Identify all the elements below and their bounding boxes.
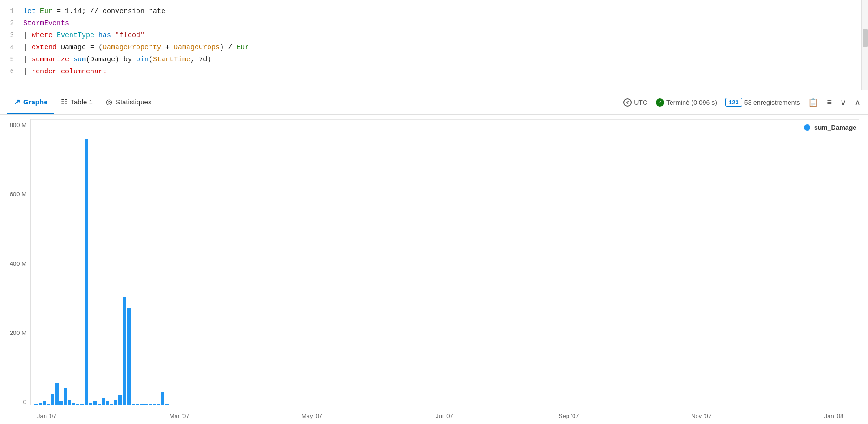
token: sum — [73, 56, 86, 64]
line-content: | summarize sum(Damage) by bin(StartTime… — [23, 54, 868, 65]
line-number: 1 — [0, 6, 23, 16]
line-number: 4 — [0, 42, 23, 52]
line-number: 2 — [0, 18, 23, 28]
token: = 1.14; // conversion rate — [52, 7, 165, 15]
tab-icon-table: ☷ — [61, 97, 67, 106]
legend-label: sum_Damage — [814, 124, 856, 131]
token: DamageProperty — [103, 44, 161, 51]
tab-table[interactable]: ☷Table 1 — [54, 90, 99, 114]
columns-button[interactable]: ≡ — [827, 97, 832, 107]
x-axis-label: May '07 — [301, 412, 322, 419]
bar[interactable] — [106, 401, 109, 405]
bar[interactable] — [59, 401, 63, 405]
chart-inner: sum_Damage Jan '07Mar '07May '07Juil 07S… — [30, 119, 859, 419]
bar[interactable] — [93, 401, 97, 405]
tab-statistiques[interactable]: ◎Statistiques — [99, 90, 158, 114]
line-content: StormEvents — [23, 18, 868, 29]
token: EventType — [57, 32, 94, 39]
chevron-down-button[interactable]: ∨ — [840, 97, 846, 108]
bar[interactable] — [85, 139, 88, 405]
x-axis: Jan '07Mar '07May '07Juil 07Sep '07Nov '… — [30, 405, 859, 419]
line-number: 6 — [0, 66, 23, 77]
utc-item[interactable]: ⏱ UTC — [623, 98, 647, 107]
token: + — [161, 44, 174, 51]
bar[interactable] — [43, 401, 46, 405]
token: let — [23, 7, 40, 15]
status-label: Terminé (0,096 s) — [666, 99, 717, 106]
bar[interactable] — [55, 383, 59, 405]
tab-icon-graphe: ↗ — [14, 97, 20, 106]
copy-button[interactable]: 📋 — [808, 97, 818, 108]
scrollbar[interactable] — [861, 0, 868, 90]
chart-container: 800 M600 M400 M200 M0 sum_Damage Jan '07… — [5, 119, 859, 419]
y-axis-label: 200 M — [10, 329, 30, 336]
chart-plot: sum_Damage — [30, 119, 859, 405]
line-number: 3 — [0, 30, 23, 40]
token: , 7d) — [190, 56, 211, 64]
bar[interactable] — [127, 308, 131, 405]
token: "flood" — [115, 32, 144, 39]
chart-area: 800 M600 M400 M200 M0 sum_Damage Jan '07… — [0, 115, 868, 424]
records-label: 53 enregistrements — [744, 99, 800, 106]
y-axis-label: 400 M — [10, 260, 30, 267]
code-line: 3| where EventType has "flood" — [0, 30, 868, 42]
token: summarize — [32, 56, 73, 64]
token: bin — [136, 56, 149, 64]
x-axis-label: Sep '07 — [559, 412, 579, 419]
token: Eur — [236, 44, 249, 51]
tab-label-statistiques: Statistiques — [116, 98, 152, 106]
token: Eur — [40, 7, 52, 15]
line-content: let Eur = 1.14; // conversion rate — [23, 6, 868, 17]
token: StartTime — [153, 56, 190, 64]
token: ( — [149, 56, 153, 64]
tab-icon-statistiques: ◎ — [106, 97, 112, 106]
bar[interactable] — [68, 400, 71, 405]
token: | — [23, 44, 32, 51]
line-content: | render columnchart — [23, 66, 868, 77]
bar[interactable] — [118, 395, 122, 405]
bar[interactable] — [64, 388, 67, 405]
records-badge: 123 — [725, 98, 742, 107]
y-axis: 800 M600 M400 M200 M0 — [5, 119, 30, 419]
code-line: 6| render columnchart — [0, 66, 868, 78]
code-line: 2StormEvents — [0, 18, 868, 30]
legend: sum_Damage — [804, 124, 856, 131]
y-axis-label: 0 — [23, 398, 30, 405]
utc-label: UTC — [634, 99, 647, 106]
toolbar-right: ⏱ UTC ✓ Terminé (0,096 s) 123 53 enregis… — [623, 97, 861, 108]
collapse-button[interactable]: ∧ — [855, 97, 861, 108]
line-content: | extend Damage = (DamageProperty + Dama… — [23, 42, 868, 53]
tabs-container: ↗Graphe☷Table 1◎Statistiques — [7, 90, 158, 114]
bar[interactable] — [102, 398, 105, 405]
code-editor[interactable]: 1let Eur = 1.14; // conversion rate2Stor… — [0, 4, 868, 80]
y-axis-label: 600 M — [10, 191, 30, 198]
records-item: 123 53 enregistrements — [725, 98, 800, 107]
status-item: ✓ Terminé (0,096 s) — [656, 98, 717, 107]
line-content: | where EventType has "flood" — [23, 30, 868, 41]
token: where — [32, 32, 57, 39]
bars-container — [31, 119, 859, 405]
bar[interactable] — [161, 392, 164, 405]
token: (Damage) by — [86, 56, 136, 64]
clock-icon: ⏱ — [623, 98, 632, 107]
bar[interactable] — [51, 394, 54, 405]
x-axis-label: Jan '08 — [824, 412, 844, 419]
line-number: 5 — [0, 54, 23, 64]
token: extend — [32, 44, 61, 51]
tab-graphe[interactable]: ↗Graphe — [7, 90, 54, 114]
token: DamageCrops — [174, 44, 220, 51]
code-line: 1let Eur = 1.14; // conversion rate — [0, 6, 868, 18]
x-axis-label: Juil 07 — [436, 412, 453, 419]
bar[interactable] — [123, 297, 126, 405]
bar[interactable] — [114, 400, 117, 405]
scrollbar-thumb[interactable] — [863, 29, 868, 47]
results-toolbar: ↗Graphe☷Table 1◎Statistiques ⏱ UTC ✓ Ter… — [0, 90, 868, 115]
status-check-icon: ✓ — [656, 98, 664, 107]
y-axis-label: 800 M — [10, 122, 30, 128]
x-axis-label: Mar '07 — [170, 412, 189, 419]
legend-dot — [804, 124, 810, 131]
token: = ( — [86, 44, 103, 51]
token: has — [94, 32, 115, 39]
token: | — [23, 56, 32, 64]
tab-label-table: Table 1 — [71, 98, 93, 106]
